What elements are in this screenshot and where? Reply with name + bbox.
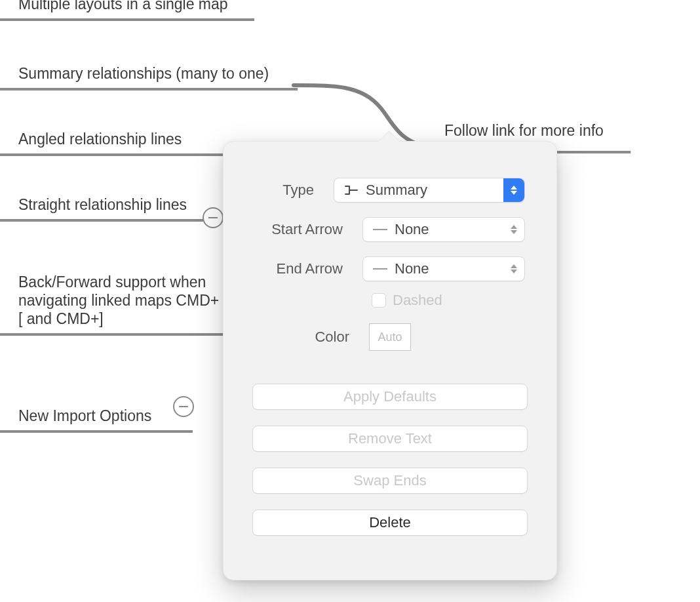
remove-text-button[interactable]: Remove Text — [252, 426, 528, 452]
outline-item-label: Back/Forward support when navigating lin… — [18, 273, 222, 328]
outline-item-underline — [0, 88, 298, 90]
type-row: Type Summary — [250, 178, 525, 203]
stepper-icon — [503, 218, 524, 241]
outline-item[interactable]: Multiple layouts in a single map — [0, 0, 328, 26]
popover-buttons: Apply Defaults Remove Text Swap Ends Del… — [252, 384, 528, 536]
delete-button[interactable]: Delete — [252, 510, 528, 536]
color-swatch[interactable]: Auto — [369, 323, 411, 351]
line-icon — [371, 268, 389, 270]
end-arrow-select-value: None — [395, 260, 429, 277]
outline-item-underline — [0, 430, 193, 433]
type-label: Type — [250, 182, 314, 199]
apply-defaults-button[interactable]: Apply Defaults — [252, 384, 528, 410]
dashed-checkbox-label: Dashed — [393, 292, 442, 309]
outline-item-underline — [0, 153, 247, 156]
end-arrow-label: End Arrow — [250, 260, 343, 277]
end-arrow-select[interactable]: None — [362, 256, 525, 281]
start-arrow-row: Start Arrow None — [250, 217, 525, 242]
line-icon — [371, 229, 389, 230]
type-select[interactable]: Summary — [334, 178, 525, 203]
collapse-handle-icon[interactable] — [173, 396, 194, 417]
stepper-icon — [503, 257, 524, 281]
end-arrow-row: End Arrow None — [250, 256, 525, 281]
collapse-handle-icon[interactable] — [203, 207, 224, 228]
type-select-value: Summary — [366, 182, 427, 199]
outline-item-underline — [0, 219, 223, 222]
linked-note-label[interactable]: Follow link for more info — [444, 122, 604, 140]
outline-item-label: Summary relationships (many to one) — [18, 64, 328, 83]
start-arrow-label: Start Arrow — [250, 221, 343, 238]
dashed-checkbox[interactable]: Dashed — [372, 292, 556, 309]
summary-icon — [342, 183, 360, 197]
stepper-icon — [503, 178, 524, 202]
outline-item[interactable]: Summary relationships (many to one) — [0, 64, 328, 96]
color-label: Color — [250, 329, 349, 346]
outline-item-label: Multiple layouts in a single map — [18, 0, 328, 13]
color-swatch-value: Auto — [378, 331, 402, 344]
outline-item-underline — [0, 18, 254, 21]
outline-item-underline — [0, 333, 223, 336]
start-arrow-select-value: None — [395, 221, 429, 238]
relationship-popover: Type Summary Start Arrow None End Arrow … — [223, 141, 557, 580]
checkbox-box-icon — [372, 293, 386, 308]
swap-ends-button[interactable]: Swap Ends — [252, 468, 528, 494]
color-row: Color Auto — [250, 323, 525, 351]
start-arrow-select[interactable]: None — [362, 217, 525, 242]
